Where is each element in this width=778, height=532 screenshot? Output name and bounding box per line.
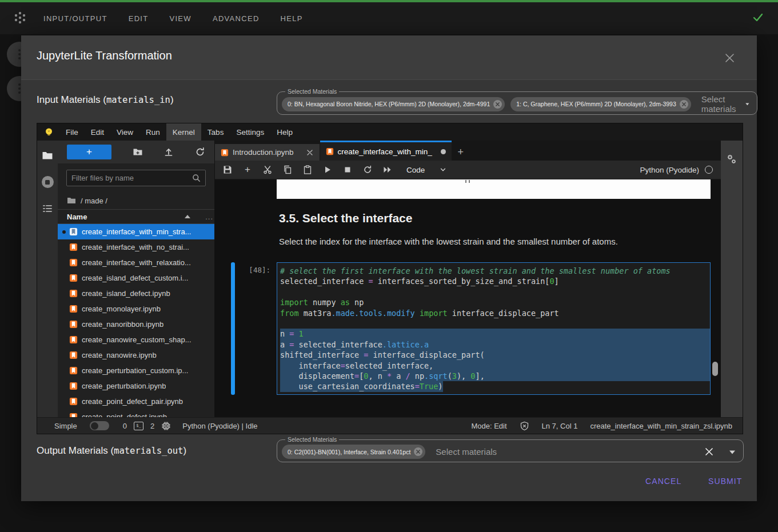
notebook-content[interactable]: 3.5. Select the interface Select the ind… xyxy=(215,179,721,417)
jupyterlite-lightbulb-icon xyxy=(44,127,54,137)
jupyter-menu-tabs[interactable]: Tabs xyxy=(201,123,230,141)
kernel-chip-icon[interactable] xyxy=(161,421,171,431)
app-logo-icon[interactable] xyxy=(13,10,27,25)
new-launcher-button[interactable]: + xyxy=(67,145,111,159)
restart-run-all-icon[interactable] xyxy=(383,165,392,174)
settings-gears-icon[interactable] xyxy=(725,153,738,166)
app-menu-item-view[interactable]: VIEW xyxy=(169,14,191,23)
material-chip[interactable]: 1: C, Graphene, HEX (P6/mmm) 2D (Monolay… xyxy=(510,97,691,111)
jupyter-menu-help[interactable]: Help xyxy=(270,123,299,141)
sort-ascending-icon xyxy=(185,215,190,218)
dialog-close-icon[interactable] xyxy=(724,53,735,63)
submit-button[interactable]: SUBMIT xyxy=(708,473,743,489)
file-row[interactable]: create_monolayer.ipynb xyxy=(58,301,214,317)
material-chip[interactable]: 0: C2(001)-BN(001), Interface, Strain 0.… xyxy=(282,445,425,459)
more-options: ... xyxy=(205,213,213,221)
breadcrumb-path: / made / xyxy=(81,197,107,205)
cancel-button[interactable]: CANCEL xyxy=(645,473,681,489)
chip-remove-icon[interactable] xyxy=(493,100,502,109)
stop-kernel-icon[interactable] xyxy=(343,165,352,174)
cell-type-select[interactable]: Code xyxy=(406,166,446,174)
file-name: create_interface_with_min_stra... xyxy=(82,227,191,236)
file-row[interactable]: create_perturbation.ipynb xyxy=(58,378,214,394)
jupyter-menu-edit[interactable]: Edit xyxy=(85,123,110,141)
kernel-status-text[interactable]: Python (Pyodide) | Idle xyxy=(182,422,257,430)
terminal-icon[interactable]: $_ xyxy=(134,421,143,431)
tab-create-interface[interactable]: create_interface_with_min_ xyxy=(320,141,452,161)
upload-icon[interactable] xyxy=(163,147,174,157)
file-name: create_point_defect_pair.ipynb xyxy=(82,397,183,406)
scrollbar-thumb[interactable] xyxy=(712,362,718,376)
file-filter-input[interactable] xyxy=(71,174,192,182)
cell-type-value: Code xyxy=(406,166,425,174)
chevron-down-icon[interactable] xyxy=(745,100,750,108)
new-folder-icon[interactable] xyxy=(133,147,143,157)
file-row[interactable]: create_island_defect.ipynb xyxy=(58,286,214,301)
tab-close-icon[interactable] xyxy=(306,149,314,157)
app-menu-item-advanced[interactable]: ADVANCED xyxy=(213,14,260,23)
code-line xyxy=(280,318,710,329)
cursor-position[interactable]: Ln 7, Col 1 xyxy=(542,422,578,430)
jupyter-menu-view[interactable]: View xyxy=(110,123,139,141)
jupyter-menu-file[interactable]: File xyxy=(59,123,85,141)
file-row[interactable]: create_island_defect_custom.i... xyxy=(58,270,214,286)
material-chip[interactable]: 0: BN, Hexagonal Boron Nitride, HEX (P6/… xyxy=(282,97,505,111)
file-row[interactable]: create_point_defect_pair.ipynb xyxy=(58,394,214,409)
simple-mode-toggle[interactable] xyxy=(90,421,109,430)
file-row[interactable]: create_nanowire_custom_shap... xyxy=(58,332,214,347)
run-cell-icon[interactable] xyxy=(323,165,332,174)
copy-cells-icon[interactable] xyxy=(283,165,292,174)
new-tab-button[interactable]: + xyxy=(452,144,469,161)
file-name: create_interface_with_no_strai... xyxy=(82,243,189,251)
save-icon[interactable] xyxy=(223,165,232,174)
simple-mode-label: Simple xyxy=(54,422,77,430)
app-menu-item-help[interactable]: HELP xyxy=(281,14,303,23)
file-row[interactable]: create_point_defect.ipynb xyxy=(58,409,214,417)
file-name: create_monolayer.ipynb xyxy=(82,305,161,313)
notebook-icon xyxy=(69,351,78,359)
jupyter-menu-run[interactable]: Run xyxy=(139,123,166,141)
app-menu-item-input-output[interactable]: INPUT/OUTPUT xyxy=(43,14,107,23)
table-of-contents-icon[interactable] xyxy=(42,203,53,214)
insert-cell-icon[interactable]: + xyxy=(243,165,252,174)
tab-introduction[interactable]: Introduction.ipynb xyxy=(215,144,320,161)
jupyter-menu-settings[interactable]: Settings xyxy=(230,123,270,141)
file-row[interactable]: create_nanowire.ipynb xyxy=(58,347,214,363)
file-row[interactable]: create_interface_with_min_stra... xyxy=(58,224,214,239)
file-browser-tab-icon[interactable] xyxy=(42,150,53,161)
chip-remove-icon[interactable] xyxy=(680,100,688,109)
code-line: n = 1 xyxy=(280,329,710,339)
breadcrumb[interactable]: / made / xyxy=(58,192,214,209)
trust-shield-icon[interactable] xyxy=(520,421,529,431)
refresh-icon[interactable] xyxy=(195,147,205,157)
code-cell[interactable]: # select the first interface with the lo… xyxy=(277,262,711,395)
input-label-suffix: ) xyxy=(170,94,174,105)
output-label-text: Output Materials ( xyxy=(37,445,114,456)
file-row[interactable]: create_interface_with_no_strai... xyxy=(58,239,214,255)
file-row[interactable]: create_interface_with_relaxatio... xyxy=(58,255,214,270)
notebook-icon xyxy=(69,274,78,282)
clear-selection-icon[interactable] xyxy=(704,446,715,457)
notebook-icon xyxy=(69,382,78,390)
jupyter-menu-kernel[interactable]: Kernel xyxy=(166,123,201,141)
kernel-indicator[interactable]: Python (Pyodide) xyxy=(640,166,713,174)
notebook-icon xyxy=(221,149,229,157)
unsaved-changes-dot[interactable] xyxy=(441,149,446,154)
chevron-down-icon[interactable] xyxy=(728,448,736,456)
file-list-header[interactable]: Name ... xyxy=(58,209,214,224)
file-row[interactable]: create_perturbation_custom.ip... xyxy=(58,363,214,378)
output-materials-select[interactable]: Selected Materials 0: C2(001)-BN(001), I… xyxy=(277,436,744,462)
notebook-icon xyxy=(69,413,78,417)
mode-indicator[interactable]: Mode: Edit xyxy=(471,422,506,430)
cut-cells-icon[interactable] xyxy=(263,165,272,174)
input-materials-select[interactable]: Selected Materials 0: BN, Hexagonal Boro… xyxy=(277,88,757,115)
cell-collapse-bar[interactable] xyxy=(231,262,235,395)
running-sessions-icon[interactable] xyxy=(42,176,54,188)
file-name: create_nanoribbon.ipynb xyxy=(82,320,163,329)
chip-remove-icon[interactable] xyxy=(414,447,422,456)
restart-kernel-icon[interactable] xyxy=(363,165,372,174)
section-text: Select the index for the interface with … xyxy=(279,237,618,246)
paste-cells-icon[interactable] xyxy=(303,165,312,174)
app-menu-item-edit[interactable]: EDIT xyxy=(129,14,149,23)
file-row[interactable]: create_nanoribbon.ipynb xyxy=(58,317,214,332)
